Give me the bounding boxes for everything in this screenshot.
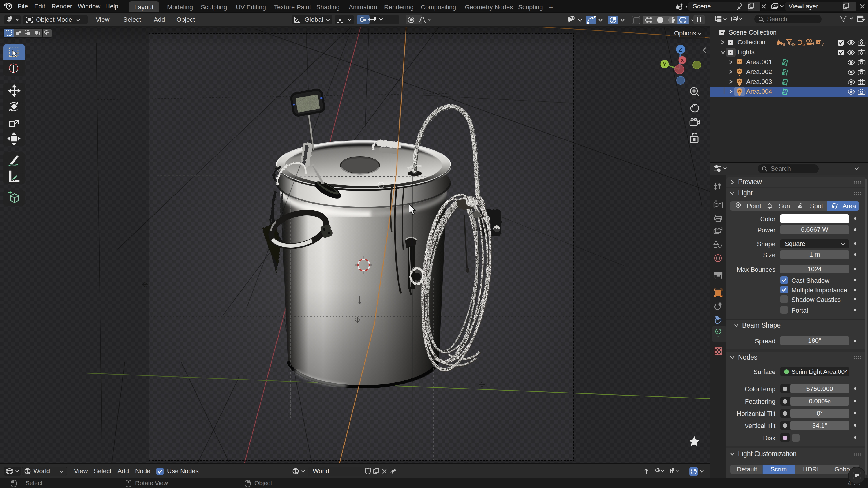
svg-text:49: 49 [791,42,796,46]
svg-text:8: 8 [783,42,785,46]
svg-text:Z: Z [679,46,682,53]
svg-text:X: X [681,58,684,63]
svg-text:7: 7 [822,42,824,46]
svg-text:Y: Y [663,62,666,67]
svg-text:5: 5 [802,42,805,46]
